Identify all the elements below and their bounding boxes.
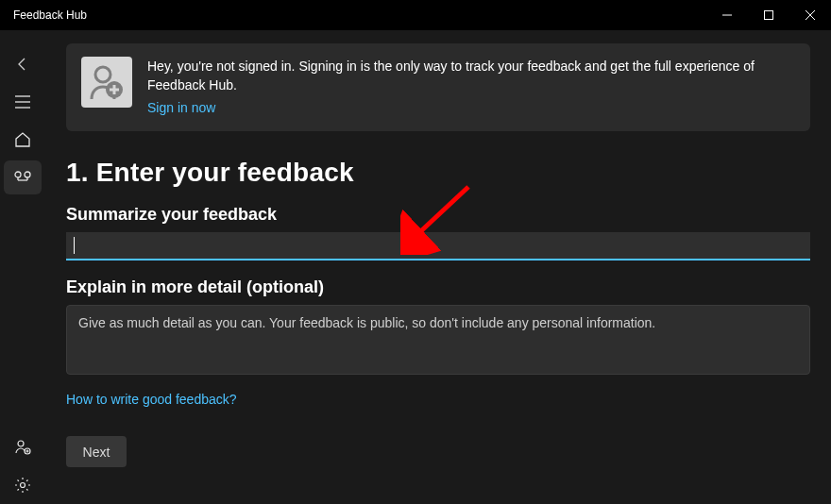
svg-rect-1 (765, 11, 773, 20)
back-button[interactable] (4, 47, 42, 81)
svg-point-13 (21, 483, 25, 488)
close-button[interactable] (789, 0, 831, 30)
detail-label: Explain in more detail (optional) (66, 277, 810, 297)
nav-settings-button[interactable] (4, 468, 42, 502)
svg-point-7 (15, 172, 21, 177)
app-title: Feedback Hub (13, 8, 87, 22)
summary-label: Summarize your feedback (66, 205, 810, 225)
add-user-icon (81, 57, 132, 108)
svg-point-9 (18, 441, 24, 446)
nav-feedback-button[interactable] (4, 160, 42, 194)
minimize-button[interactable] (706, 0, 748, 30)
text-caret (74, 237, 75, 254)
detail-textarea[interactable] (66, 305, 810, 375)
svg-point-8 (25, 172, 30, 177)
sidebar (0, 30, 45, 504)
nav-hamburger-button[interactable] (4, 85, 42, 119)
maximize-button[interactable] (748, 0, 789, 30)
signin-banner: Hey, you're not signed in. Signing in is… (66, 43, 810, 131)
titlebar: Feedback Hub (0, 0, 831, 30)
help-link[interactable]: How to write good feedback? (66, 392, 237, 407)
summary-input[interactable] (66, 232, 810, 260)
banner-message: Hey, you're not signed in. Signing in is… (147, 57, 791, 94)
main-content: Hey, you're not signed in. Signing in is… (45, 30, 831, 504)
page-title: 1. Enter your feedback (66, 158, 810, 188)
nav-home-button[interactable] (4, 123, 42, 157)
signin-link[interactable]: Sign in now (147, 100, 215, 115)
svg-point-14 (95, 67, 110, 82)
nav-account-button[interactable] (4, 430, 42, 464)
next-button[interactable]: Next (66, 436, 127, 467)
